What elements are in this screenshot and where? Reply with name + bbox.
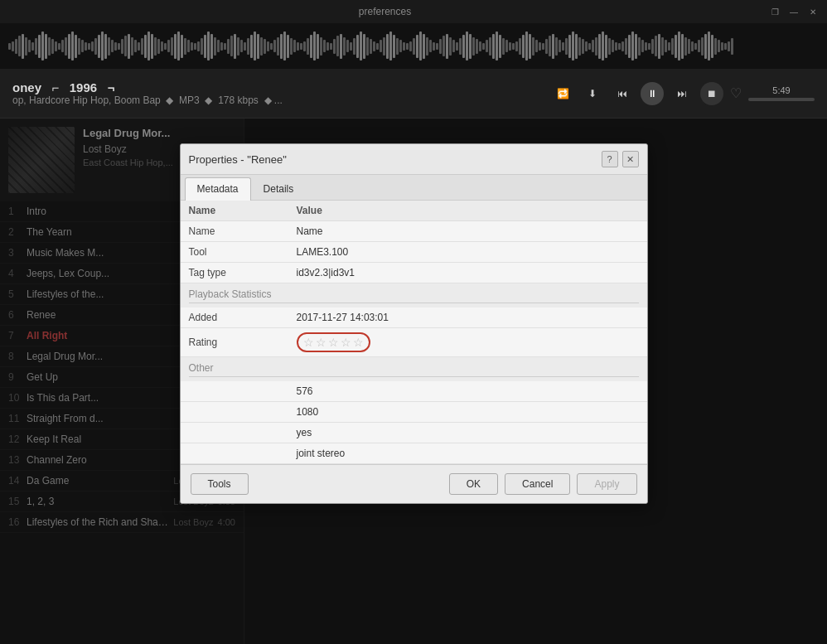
dialog-content: Name Value Name Name Tool LAME3.100 Tag … (181, 201, 647, 464)
table-row: Tag type id3v2.3|id3v1 (181, 263, 647, 283)
field-name: Added (181, 307, 288, 328)
field-value: 1080 (288, 402, 647, 423)
time-display: 5:49 (772, 85, 790, 95)
dialog-footer: Tools OK Cancel Apply (181, 464, 647, 503)
col-headers: Name Value (181, 201, 647, 221)
dialog-tabs: Metadata Details (181, 175, 647, 201)
waveform-visual (8, 31, 819, 61)
app-titlebar: preferences ❐ — ✕ (0, 0, 827, 23)
field-name (181, 443, 288, 464)
table-row: 1080 (181, 402, 647, 423)
field-name: Rating (181, 328, 288, 357)
dialog-help-button[interactable]: ? (602, 151, 618, 167)
field-name (181, 381, 288, 402)
playback-properties-table: Added 2017-11-27 14:03:01 Rating ☆ ☆ ☆ ☆ (181, 307, 647, 357)
dialog-titlebar: Properties - "Renee" ? ✕ (181, 144, 647, 175)
field-value: LAME3.100 (288, 242, 647, 263)
apply-button[interactable]: Apply (577, 473, 636, 495)
field-name: Name (181, 221, 288, 242)
field-value: joint stereo (288, 443, 647, 464)
track-genre-info: op, Hardcore Hip Hop, Boom Bap ◆ MP3 ◆ 1… (12, 94, 543, 106)
field-name (181, 423, 288, 443)
repeat-button[interactable]: 🔁 (551, 82, 574, 105)
minimize-button[interactable]: — (786, 4, 801, 19)
field-name: Tool (181, 242, 288, 263)
progress-bar[interactable] (748, 98, 815, 101)
field-value: Name (288, 221, 647, 242)
cancel-button[interactable]: Cancel (505, 473, 570, 495)
player-controls: 🔁 ⬇ ⏮ ⏸ ⏭ ⏹ ♡ 5:49 (551, 82, 815, 105)
modal-overlay: Properties - "Renee" ? ✕ Metadata Detail… (0, 119, 827, 644)
tools-button[interactable]: Tools (191, 473, 249, 495)
star-4: ☆ (341, 336, 351, 349)
rating-stars[interactable]: ☆ ☆ ☆ ☆ ☆ (297, 332, 370, 352)
table-row: joint stereo (181, 443, 647, 464)
tab-metadata[interactable]: Metadata (185, 177, 251, 201)
forward-button[interactable]: ⏭ (670, 82, 694, 105)
field-value: id3v2.3|id3v1 (288, 263, 647, 283)
star-3: ☆ (328, 336, 339, 349)
app-title: preferences (7, 6, 763, 17)
field-value: ☆ ☆ ☆ ☆ ☆ (288, 328, 647, 357)
star-5: ☆ (353, 336, 364, 349)
tab-details[interactable]: Details (251, 177, 307, 200)
waveform-bar (0, 23, 827, 69)
dialog-titlebar-icons: ? ✕ (602, 151, 639, 167)
playback-section-header: Playback Statistics (181, 283, 647, 307)
player-row: oney ⌐ 1996 ¬ op, Hardcore Hip Hop, Boom… (0, 69, 827, 119)
rewind-button[interactable]: ⏮ (611, 82, 634, 105)
other-section-title: Other (189, 362, 214, 374)
pause-button[interactable]: ⏸ (641, 82, 664, 105)
download-button[interactable]: ⬇ (581, 82, 604, 105)
col-name-header: Name (189, 205, 297, 216)
current-track-title: oney ⌐ 1996 ¬ (12, 80, 543, 94)
stop-button[interactable]: ⏹ (700, 82, 723, 105)
star-2: ☆ (316, 336, 326, 349)
restore-button[interactable]: ❐ (767, 4, 782, 19)
other-section-header: Other (181, 357, 647, 381)
table-row: yes (181, 423, 647, 443)
table-row: Tool LAME3.100 (181, 242, 647, 263)
field-value: yes (288, 423, 647, 443)
favorite-icon[interactable]: ♡ (730, 85, 742, 101)
basic-properties-table: Name Name Tool LAME3.100 Tag type id3v2.… (181, 221, 647, 283)
dialog-title: Properties - "Renee" (189, 153, 287, 166)
progress-area: 5:49 (748, 85, 815, 101)
playback-section-title: Playback Statistics (189, 288, 272, 300)
other-properties-table: 576 1080 yes joint stereo (181, 381, 647, 464)
table-row: Rating ☆ ☆ ☆ ☆ ☆ (181, 328, 647, 357)
star-1: ☆ (303, 336, 314, 349)
properties-dialog: Properties - "Renee" ? ✕ Metadata Detail… (180, 143, 648, 504)
ok-button[interactable]: OK (449, 473, 498, 495)
field-value: 2017-11-27 14:03:01 (288, 307, 647, 328)
field-name: Tag type (181, 263, 288, 283)
col-value-header: Value (297, 205, 322, 216)
table-row: Added 2017-11-27 14:03:01 (181, 307, 647, 328)
main-content: Legal Drug Mor... Lost Boyz East Coast H… (0, 119, 827, 644)
close-button[interactable]: ✕ (805, 4, 820, 19)
table-row: Name Name (181, 221, 647, 242)
field-value: 576 (288, 381, 647, 402)
field-name (181, 402, 288, 423)
table-row: 576 (181, 381, 647, 402)
dialog-close-button[interactable]: ✕ (622, 151, 639, 167)
track-info: oney ⌐ 1996 ¬ op, Hardcore Hip Hop, Boom… (12, 80, 543, 106)
